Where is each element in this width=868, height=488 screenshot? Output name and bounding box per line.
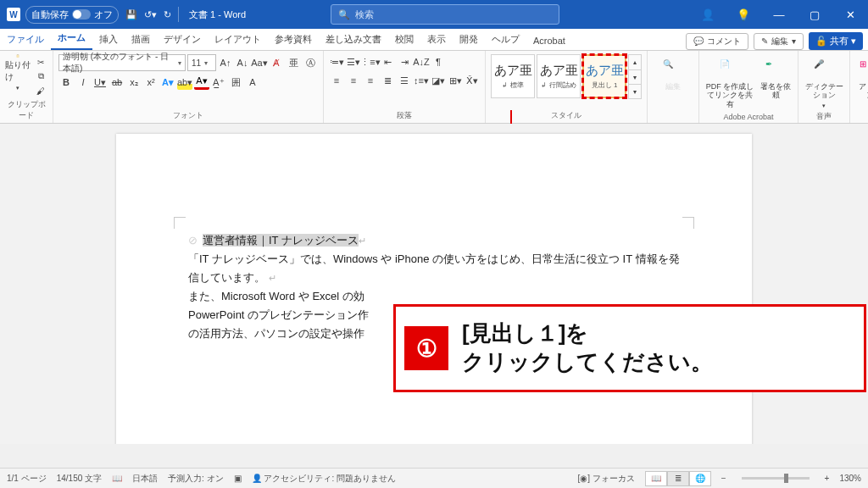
font-name-combo[interactable]: 游明朝 (本文のフォント - 日本語)▾ xyxy=(58,54,186,71)
font-size-combo[interactable]: 11▾ xyxy=(187,54,216,71)
clear-format-icon[interactable]: A̸ xyxy=(269,55,284,70)
shading-icon[interactable]: ◪▾ xyxy=(431,73,446,88)
account-icon[interactable]: 👤 xyxy=(690,0,726,29)
revision-mark-icon: ⊘ xyxy=(188,234,198,247)
tab-insert[interactable]: 挿入 xyxy=(92,29,125,50)
align-right-icon[interactable]: ≡ xyxy=(363,73,378,88)
bullets-icon[interactable]: ≔▾ xyxy=(329,54,344,69)
show-marks-icon[interactable]: ¶ xyxy=(431,54,446,69)
find-button[interactable]: 🔍編集 xyxy=(653,54,693,91)
strike-icon[interactable]: ab xyxy=(109,75,125,90)
char-border-icon[interactable]: 囲 xyxy=(228,75,243,90)
style-no-spacing[interactable]: あア亜↲ 行間詰め xyxy=(537,54,581,98)
tab-layout[interactable]: レイアウト xyxy=(208,29,268,50)
tab-view[interactable]: 表示 xyxy=(420,29,453,50)
outdent-icon[interactable]: ⇤ xyxy=(380,54,395,69)
undo-icon[interactable]: ↺▾ xyxy=(144,9,157,20)
shrink-font-icon[interactable]: A↓ xyxy=(235,55,250,70)
tab-help[interactable]: ヘルプ xyxy=(485,29,526,50)
borders-icon[interactable]: ⊞▾ xyxy=(448,73,463,88)
redo-icon[interactable]: ↻ xyxy=(164,9,171,20)
change-case-icon[interactable]: Aa▾ xyxy=(252,55,267,70)
bold-icon[interactable]: B xyxy=(58,75,74,90)
format-painter-icon[interactable]: 🖌 xyxy=(34,85,47,97)
tab-file[interactable]: ファイル xyxy=(0,29,51,50)
status-page[interactable]: 1/1 ページ xyxy=(7,473,47,485)
autosave-label: 自動保存 xyxy=(31,8,69,21)
instruction-callout: ① [見出し１]をクリックしてください。 xyxy=(393,304,866,392)
minimize-button[interactable]: — xyxy=(761,0,797,29)
autosave-toggle[interactable]: 自動保存 オフ xyxy=(25,6,119,24)
tab-review[interactable]: 校閲 xyxy=(388,29,420,50)
copy-icon[interactable]: ⧉ xyxy=(34,70,47,82)
subscript-icon[interactable]: x₂ xyxy=(126,75,142,90)
numbering-icon[interactable]: ☰▾ xyxy=(346,54,361,69)
tab-home[interactable]: ホーム xyxy=(51,27,92,50)
request-sign-button[interactable]: ✒署名を依頼 xyxy=(759,54,793,100)
status-macro-icon[interactable]: ▣ xyxy=(234,474,242,483)
status-language[interactable]: 日本語 xyxy=(132,473,158,485)
align-left-icon[interactable]: ≡ xyxy=(329,73,344,88)
zoom-slider[interactable] xyxy=(742,477,810,480)
status-word-count[interactable]: 14/150 文字 xyxy=(57,473,102,485)
enclose-char-icon[interactable]: Ⓐ xyxy=(303,55,318,70)
focus-mode-button[interactable]: [◉] フォーカス xyxy=(577,473,634,485)
grow-font-icon[interactable]: A↑ xyxy=(218,55,233,70)
selected-heading-text[interactable]: 運営者情報｜IT ナレッジベース xyxy=(203,234,359,247)
style-heading-1[interactable]: あア亜見出し 1 xyxy=(582,54,626,98)
char-shading-icon[interactable]: A xyxy=(245,75,260,90)
comments-button[interactable]: 💬コメント xyxy=(686,33,748,50)
share-button[interactable]: 🔓 共有 ▾ xyxy=(809,32,863,50)
maximize-button[interactable]: ▢ xyxy=(797,0,832,29)
tab-mailings[interactable]: 差し込み文書 xyxy=(319,29,388,50)
document-page[interactable]: ⊘運営者情報｜IT ナレッジベース↵ 「IT ナレッジベース」では、Window… xyxy=(116,134,752,444)
view-print-icon[interactable]: ≣ xyxy=(667,471,689,486)
body-paragraph-1[interactable]: 「IT ナレッジベース」では、Windows や iPhone の使い方をはじめ… xyxy=(188,250,680,287)
styles-more-button[interactable]: ▴ ▾ ▾ xyxy=(628,54,642,99)
search-input[interactable]: 🔍 検索 xyxy=(331,4,559,25)
close-button[interactable]: ✕ xyxy=(832,0,868,29)
justify-icon[interactable]: ≣ xyxy=(380,73,395,88)
svg-rect-1 xyxy=(17,54,18,55)
svg-rect-0 xyxy=(17,55,19,58)
zoom-level[interactable]: 130% xyxy=(839,474,861,483)
highlight-icon[interactable]: ab▾ xyxy=(177,75,192,90)
align-center-icon[interactable]: ≡ xyxy=(346,73,361,88)
style-standard[interactable]: あア亜↲ 標準 xyxy=(491,54,535,98)
help-tips-icon[interactable]: 💡 xyxy=(726,0,761,29)
editing-mode-button[interactable]: ✎編集 ▾ xyxy=(754,33,804,50)
tab-acrobat[interactable]: Acrobat xyxy=(526,31,572,50)
multilevel-icon[interactable]: ⋮≡▾ xyxy=(363,54,378,69)
status-predictive[interactable]: 予測入力: オン xyxy=(168,473,224,485)
create-pdf-button[interactable]: 📄PDF を作成してリンクを共有 xyxy=(704,54,755,108)
italic-icon[interactable]: I xyxy=(75,75,91,90)
document-title: 文書 1 - Word xyxy=(189,8,246,21)
text-effects-icon[interactable]: A▾ xyxy=(160,75,175,90)
superscript-icon[interactable]: x² xyxy=(143,75,159,90)
kinsoku-icon[interactable]: X̂▾ xyxy=(465,73,480,88)
char-width-icon[interactable]: A̲⁺ xyxy=(211,75,226,90)
dictation-button[interactable]: 🎤ディクテーション▾ xyxy=(804,54,844,109)
tab-developer[interactable]: 開発 xyxy=(453,29,485,50)
status-accessibility[interactable]: 👤 アクセシビリティ: 問題ありません xyxy=(252,473,396,485)
cut-icon[interactable]: ✂ xyxy=(34,56,47,68)
zoom-out-button[interactable]: − xyxy=(721,474,726,483)
tab-draw[interactable]: 描画 xyxy=(125,29,157,50)
zoom-in-button[interactable]: + xyxy=(825,474,830,483)
view-read-icon[interactable]: 📖 xyxy=(645,471,667,486)
tab-references[interactable]: 参考資料 xyxy=(268,29,319,50)
save-icon[interactable]: 💾 xyxy=(125,9,137,20)
line-spacing-icon[interactable]: ↕≡▾ xyxy=(414,73,429,88)
phonetic-guide-icon[interactable]: 亜 xyxy=(286,55,301,70)
find-icon: 🔍 xyxy=(663,59,683,80)
addin-button[interactable]: ⊞アドイン xyxy=(855,54,868,100)
view-web-icon[interactable]: 🌐 xyxy=(689,471,711,486)
indent-icon[interactable]: ⇥ xyxy=(397,54,412,69)
underline-icon[interactable]: U▾ xyxy=(92,75,108,90)
status-spellcheck-icon[interactable]: 📖 xyxy=(112,474,122,483)
paste-button[interactable]: 貼り付け▾ xyxy=(5,54,31,92)
tab-design[interactable]: デザイン xyxy=(157,29,208,50)
font-color-icon[interactable]: A▾ xyxy=(194,75,209,90)
distributed-icon[interactable]: ☰ xyxy=(397,73,412,88)
sort-icon[interactable]: A↓Z xyxy=(414,54,429,69)
